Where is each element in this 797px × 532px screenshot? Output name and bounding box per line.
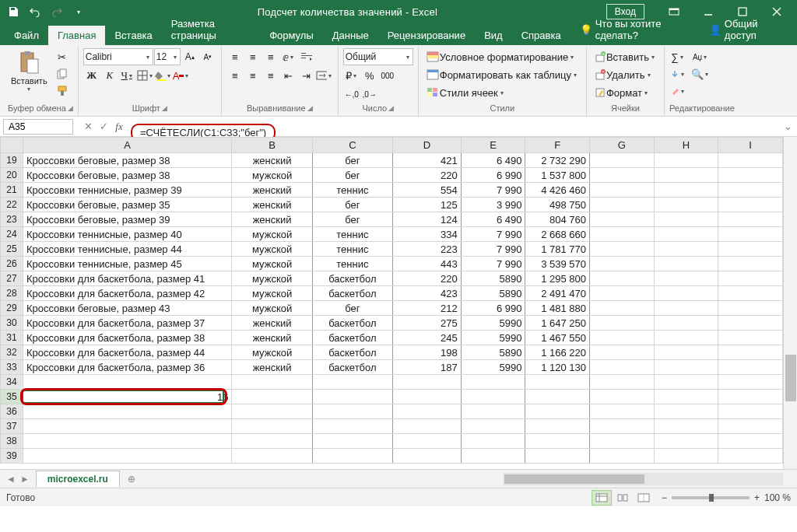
cell[interactable] bbox=[590, 301, 655, 316]
row-header[interactable]: 28 bbox=[1, 286, 23, 301]
cell[interactable]: мужской bbox=[232, 301, 312, 316]
cell[interactable]: мужской bbox=[232, 168, 312, 183]
cell[interactable] bbox=[23, 449, 232, 464]
cell[interactable]: баскетбол bbox=[312, 331, 392, 345]
percent-icon[interactable]: % bbox=[361, 67, 378, 84]
cell[interactable] bbox=[718, 345, 783, 360]
paste-button[interactable]: Вставить▾ bbox=[8, 48, 51, 94]
cell[interactable]: женский bbox=[232, 153, 312, 168]
cell[interactable] bbox=[654, 449, 718, 464]
align-center-icon[interactable]: ≡ bbox=[244, 67, 262, 84]
cell[interactable]: 6 990 bbox=[461, 301, 525, 316]
cut-icon[interactable]: ✂ bbox=[54, 48, 71, 65]
cell[interactable]: 1 166 220 bbox=[525, 345, 590, 360]
tab-review[interactable]: Рецензирование bbox=[378, 26, 475, 45]
cell[interactable]: 334 bbox=[393, 227, 462, 242]
cell[interactable]: женский bbox=[232, 316, 312, 331]
bold-icon[interactable]: Ж bbox=[83, 67, 100, 84]
cell[interactable]: 554 bbox=[393, 183, 462, 198]
cell[interactable] bbox=[654, 212, 718, 227]
view-normal-icon[interactable] bbox=[592, 490, 612, 506]
fill-color-icon[interactable]: ▾ bbox=[155, 67, 172, 84]
formula-bar[interactable]: =СЧЁТЕСЛИ(C1:C33;"бег") bbox=[131, 125, 779, 128]
cell[interactable]: женский bbox=[232, 198, 312, 212]
row-header[interactable]: 32 bbox=[1, 345, 23, 360]
cell[interactable] bbox=[590, 153, 655, 168]
horizontal-scrollbar[interactable] bbox=[503, 473, 783, 485]
align-bottom-icon[interactable]: ≡ bbox=[262, 48, 279, 65]
col-header[interactable]: H bbox=[654, 138, 718, 153]
col-header[interactable]: E bbox=[461, 138, 525, 153]
cell[interactable] bbox=[654, 316, 718, 331]
cell[interactable]: 223 bbox=[393, 242, 462, 257]
cell[interactable] bbox=[654, 331, 718, 345]
cell[interactable] bbox=[393, 434, 462, 449]
accounting-icon[interactable]: ₽▾ bbox=[343, 67, 360, 84]
cell[interactable]: 5890 bbox=[461, 345, 525, 360]
cell[interactable]: 5990 bbox=[461, 360, 525, 375]
col-header[interactable]: B bbox=[232, 138, 312, 153]
cell[interactable]: женский bbox=[232, 331, 312, 345]
cell[interactable] bbox=[461, 434, 525, 449]
cell[interactable]: 220 bbox=[393, 271, 462, 286]
row-header[interactable]: 34 bbox=[1, 375, 23, 390]
cell[interactable] bbox=[654, 271, 718, 286]
clear-icon[interactable]: ▾ bbox=[669, 82, 686, 100]
underline-icon[interactable]: Ч ▾ bbox=[119, 67, 136, 84]
cell[interactable] bbox=[718, 390, 783, 404]
cell[interactable]: 2 491 470 bbox=[525, 286, 590, 301]
cell[interactable] bbox=[232, 449, 312, 464]
cell[interactable]: баскетбол bbox=[312, 316, 392, 331]
italic-icon[interactable]: К bbox=[101, 67, 118, 84]
cell[interactable]: 275 bbox=[393, 316, 462, 331]
cell[interactable]: 212 bbox=[393, 301, 462, 316]
cell[interactable] bbox=[525, 434, 590, 449]
cell[interactable]: Кроссовки для баскетбола, размер 42 bbox=[23, 286, 232, 301]
increase-indent-icon[interactable]: ⇥ bbox=[298, 67, 315, 84]
cell[interactable]: 1 481 880 bbox=[525, 301, 590, 316]
font-name-select[interactable]: Calibri▾ bbox=[83, 48, 153, 65]
cell[interactable] bbox=[590, 360, 655, 375]
cell[interactable]: баскетбол bbox=[312, 286, 392, 301]
cell[interactable] bbox=[461, 419, 525, 434]
cancel-formula-icon[interactable]: ✕ bbox=[81, 121, 95, 133]
col-header[interactable]: F bbox=[525, 138, 590, 153]
view-page-break-icon[interactable] bbox=[634, 490, 654, 506]
cell[interactable] bbox=[718, 168, 783, 183]
cell[interactable] bbox=[23, 404, 232, 419]
view-page-layout-icon[interactable] bbox=[613, 490, 633, 506]
qat-dropdown-icon[interactable]: ▾ bbox=[68, 2, 89, 22]
cell[interactable]: 1 467 550 bbox=[525, 331, 590, 345]
cell[interactable]: баскетбол bbox=[312, 360, 392, 375]
row-header[interactable]: 39 bbox=[1, 449, 23, 464]
cell[interactable]: 7 990 bbox=[461, 227, 525, 242]
cell[interactable] bbox=[393, 419, 462, 434]
cell[interactable] bbox=[590, 271, 655, 286]
cell[interactable]: Кроссовки теннисные, размер 40 bbox=[23, 227, 232, 242]
cell[interactable]: Кроссовки теннисные, размер 44 bbox=[23, 242, 232, 257]
row-header[interactable]: 35 bbox=[1, 390, 23, 404]
cell[interactable]: 804 760 bbox=[525, 212, 590, 227]
cell[interactable] bbox=[590, 286, 655, 301]
cell[interactable]: 6 490 bbox=[461, 212, 525, 227]
align-top-icon[interactable]: ≡ bbox=[226, 48, 244, 65]
cell[interactable] bbox=[525, 419, 590, 434]
number-launcher-icon[interactable]: ◢ bbox=[388, 104, 394, 112]
cell[interactable]: 1 647 250 bbox=[525, 316, 590, 331]
row-header[interactable]: 24 bbox=[1, 227, 23, 242]
cell[interactable]: Кроссовки беговые, размер 39 bbox=[23, 212, 232, 227]
cell[interactable] bbox=[590, 345, 655, 360]
cell[interactable] bbox=[393, 404, 462, 419]
cell[interactable]: Кроссовки беговые, размер 38 bbox=[23, 153, 232, 168]
borders-icon[interactable]: ▾ bbox=[137, 67, 154, 84]
cell[interactable]: 187 bbox=[393, 360, 462, 375]
cell[interactable]: женский bbox=[232, 183, 312, 198]
cell[interactable]: мужской bbox=[232, 257, 312, 271]
cell[interactable] bbox=[718, 419, 783, 434]
cell[interactable]: Кроссовки беговые, размер 38 bbox=[23, 168, 232, 183]
format-as-table-button[interactable]: Форматировать как таблицу▾ bbox=[423, 66, 581, 83]
cell[interactable]: 5990 bbox=[461, 316, 525, 331]
cell[interactable] bbox=[232, 434, 312, 449]
row-header[interactable]: 29 bbox=[1, 301, 23, 316]
cell[interactable] bbox=[654, 242, 718, 257]
